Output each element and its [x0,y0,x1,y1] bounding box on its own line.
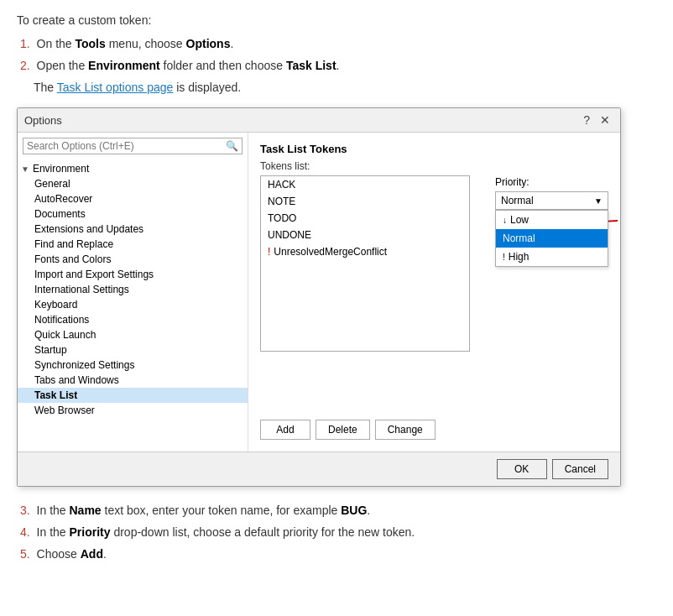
priority-normal-label: Normal [503,232,535,244]
options-dialog: Options ? ✕ 🔍 ▼ Environment General Auto… [17,107,621,487]
right-panel: Task List Tokens Tokens list: HACK NOTE … [248,133,620,452]
tree-item-international[interactable]: International Settings [18,282,248,297]
step-1-text: On the Tools menu, choose Options. [37,37,234,50]
tree-item-notifications[interactable]: Notifications [18,312,248,327]
priority-selected-value: Normal [501,195,534,206]
step-5-text: Choose Add. [37,547,107,561]
priority-high-label: High [509,251,530,263]
token-hack[interactable]: HACK [261,176,469,193]
priority-option-normal[interactable]: Normal [496,229,608,248]
tree-item-documents[interactable]: Documents [18,206,248,222]
step-2-text: Open the Environment folder and then cho… [37,59,340,72]
priority-select-button[interactable]: Normal ▼ [495,191,608,210]
tokens-list: HACK NOTE TODO UNDONE !UnresolvedMergeCo… [260,175,470,352]
step-1-num: 1. [20,37,30,50]
step-5: 5. Choose Add. [17,547,656,561]
excl-icon: ! [268,246,270,258]
step-2: 2. Open the Environment folder and then … [17,59,656,72]
ok-button[interactable]: OK [497,459,547,479]
tree-item-startup[interactable]: Startup [18,342,248,358]
tree-item-general[interactable]: General [18,176,248,191]
chevron-down-icon: ▼ [594,196,603,206]
step-4: 4. In the Priority drop-down list, choos… [17,525,656,539]
task-list-link[interactable]: Task List options page [57,81,174,94]
priority-section: Priority: Normal ▼ ↓ Low Normal [495,176,608,210]
step-3-num: 3. [20,504,30,517]
tree-group-environment[interactable]: ▼ Environment [18,161,248,176]
cancel-button[interactable]: Cancel [552,459,608,479]
delete-button[interactable]: Delete [316,420,370,440]
intro-text: To create a custom token: [17,13,656,27]
priority-dropdown-menu: ↓ Low Normal ! High [495,210,608,267]
tree-item-web-browser[interactable]: Web Browser [18,403,248,418]
tree-item-find-replace[interactable]: Find and Replace [18,237,248,252]
token-undone[interactable]: UNDONE [261,227,469,243]
tree-group-label: Environment [33,163,89,175]
priority-label: Priority: [495,176,608,188]
step-4-text: In the Priority drop-down list, choose a… [37,525,415,539]
tree-item-task-list[interactable]: Task List [18,388,248,403]
dialog-footer: OK Cancel [18,452,620,486]
step-4-num: 4. [20,525,30,539]
dialog-controls: ? ✕ [580,113,613,127]
high-excl-icon: ! [503,253,505,262]
add-button[interactable]: Add [260,420,310,440]
dialog-titlebar: Options ? ✕ [18,108,620,133]
dialog-body: 🔍 ▼ Environment General AutoRecover Docu… [18,133,620,452]
step-3: 3. In the Name text box, enter your toke… [17,504,656,517]
token-unresolved[interactable]: !UnresolvedMergeConflict [261,243,469,260]
step-3-text: In the Name text box, enter your token n… [37,504,371,517]
note-prefix: The [34,81,57,94]
left-panel: 🔍 ▼ Environment General AutoRecover Docu… [18,133,248,452]
tree-item-quick-launch[interactable]: Quick Launch [18,327,248,342]
note-suffix: is displayed. [173,81,241,94]
token-note[interactable]: NOTE [261,193,469,210]
tree-item-import-export[interactable]: Import and Export Settings [18,267,248,282]
dialog-title: Options [24,114,62,127]
note-block: The Task List options page is displayed. [34,81,656,94]
tree-arrow-icon: ▼ [21,164,29,174]
step-2-num: 2. [20,59,30,72]
ok-cancel-buttons: OK Cancel [497,459,608,479]
tree-item-extensions[interactable]: Extensions and Updates [18,222,248,237]
search-box: 🔍 [23,138,243,154]
tree-item-keyboard[interactable]: Keyboard [18,297,248,312]
search-icon: 🔍 [226,140,238,152]
help-button[interactable]: ? [580,113,593,127]
priority-dropdown-container: Normal ▼ ↓ Low Normal ! [495,191,608,210]
tokens-label: Tokens list: [260,160,608,172]
priority-option-high[interactable]: ! High [496,248,608,266]
tree-item-tabs-windows[interactable]: Tabs and Windows [18,373,248,388]
steps-below: 3. In the Name text box, enter your toke… [17,504,656,561]
token-todo[interactable]: TODO [261,210,469,227]
step-5-num: 5. [20,547,30,561]
section-title: Task List Tokens [260,143,608,155]
step-1: 1. On the Tools menu, choose Options. [17,37,656,50]
tree-item-fonts-colors[interactable]: Fonts and Colors [18,252,248,267]
tree-item-autorecover[interactable]: AutoRecover [18,191,248,206]
search-input[interactable] [27,140,226,152]
tree-item-sync-settings[interactable]: Synchronized Settings [18,358,248,373]
priority-low-label: Low [510,214,529,226]
action-buttons: Add Delete Change [260,420,436,440]
close-button[interactable]: ✕ [597,113,613,127]
priority-option-low[interactable]: ↓ Low [496,211,608,229]
tree-view: ▼ Environment General AutoRecover Docume… [18,159,248,452]
change-button[interactable]: Change [375,420,436,440]
low-arrow-icon: ↓ [503,216,507,225]
